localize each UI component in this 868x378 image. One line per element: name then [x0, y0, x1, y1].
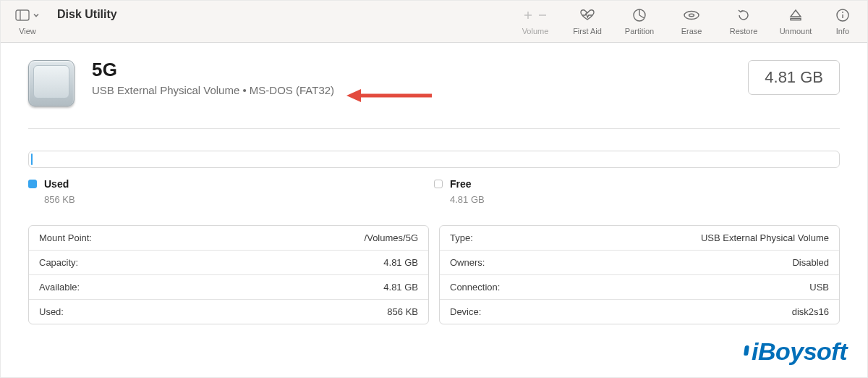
details-table-left: Mount Point:/Volumes/5G Capacity:4.81 GB…: [28, 225, 429, 324]
plus-icon: [523, 10, 533, 20]
svg-point-14: [842, 12, 843, 13]
table-row: Owners:Disabled: [440, 251, 839, 275]
details-tables: Mount Point:/Volumes/5G Capacity:4.81 GB…: [28, 225, 840, 324]
table-row: Type:USB External Physical Volume: [440, 226, 839, 251]
first-aid-icon: [579, 9, 595, 22]
usage-legend: Used 856 KB Free 4.81 GB: [28, 178, 840, 205]
usage-bar-used-segment: [31, 154, 33, 165]
toolbar-view-label: View: [19, 27, 36, 35]
restore-icon: [736, 8, 751, 22]
volume-size-pill: 4.81 GB: [748, 60, 840, 95]
divider: [28, 128, 840, 129]
used-swatch: [28, 180, 37, 188]
svg-line-7: [639, 15, 644, 18]
details-table-right: Type:USB External Physical Volume Owners…: [439, 225, 840, 324]
disk-utility-window: View Disk Utility Volume F: [0, 0, 868, 378]
table-row: Capacity:4.81 GB: [29, 251, 428, 275]
table-row: Used:856 KB: [29, 300, 428, 324]
toolbar-volume[interactable]: Volume: [516, 7, 555, 35]
table-row: Connection:USB: [440, 275, 839, 300]
volume-header: 5G USB External Physical Volume • MS-DOS…: [28, 60, 840, 106]
sidebar-toggle-button[interactable]: [12, 7, 43, 24]
toolbar: View Disk Utility Volume F: [1, 1, 867, 43]
table-row: Mount Point:/Volumes/5G: [29, 226, 428, 251]
app-title: Disk Utility: [57, 8, 117, 21]
svg-rect-0: [16, 10, 29, 20]
svg-marker-16: [346, 89, 361, 102]
toolbar-erase[interactable]: Erase: [672, 7, 711, 35]
svg-point-9: [689, 14, 694, 17]
minus-icon: [537, 10, 548, 20]
brand-logo: iBoysoft: [744, 337, 847, 366]
toolbar-view-group: View: [11, 7, 44, 35]
volume-subtitle: USB External Physical Volume • MS-DOS (F…: [92, 84, 334, 96]
annotation-arrow: [346, 86, 433, 105]
toolbar-restore[interactable]: Restore: [724, 7, 763, 35]
used-value: 856 KB: [44, 194, 434, 205]
table-row: Device:disk2s16: [440, 300, 839, 324]
svg-point-8: [684, 12, 699, 20]
toolbar-info[interactable]: Info: [828, 7, 857, 35]
brand-text: iBoysoft: [752, 337, 847, 366]
info-icon: [835, 8, 850, 22]
usage-bar: [28, 151, 840, 168]
free-value: 4.81 GB: [450, 194, 840, 205]
volume-name: 5G: [92, 60, 334, 80]
brand-glyph-icon: [744, 345, 749, 356]
toolbar-first-aid[interactable]: First Aid: [568, 7, 607, 35]
used-label: Used: [44, 178, 69, 190]
free-label: Free: [450, 178, 472, 190]
partition-icon: [632, 8, 647, 22]
svg-marker-10: [791, 10, 801, 17]
free-swatch: [434, 180, 443, 188]
eject-icon: [788, 9, 803, 22]
content-area: 5G USB External Physical Volume • MS-DOS…: [1, 43, 867, 324]
svg-rect-11: [791, 19, 801, 20]
volume-disk-icon: [28, 60, 75, 106]
table-row: Available:4.81 GB: [29, 275, 428, 300]
toolbar-unmount[interactable]: Unmount: [776, 7, 815, 35]
toolbar-partition[interactable]: Partition: [620, 7, 659, 35]
chevron-down-icon: [33, 12, 40, 19]
erase-icon: [683, 9, 700, 21]
sidebar-icon: [15, 9, 30, 21]
